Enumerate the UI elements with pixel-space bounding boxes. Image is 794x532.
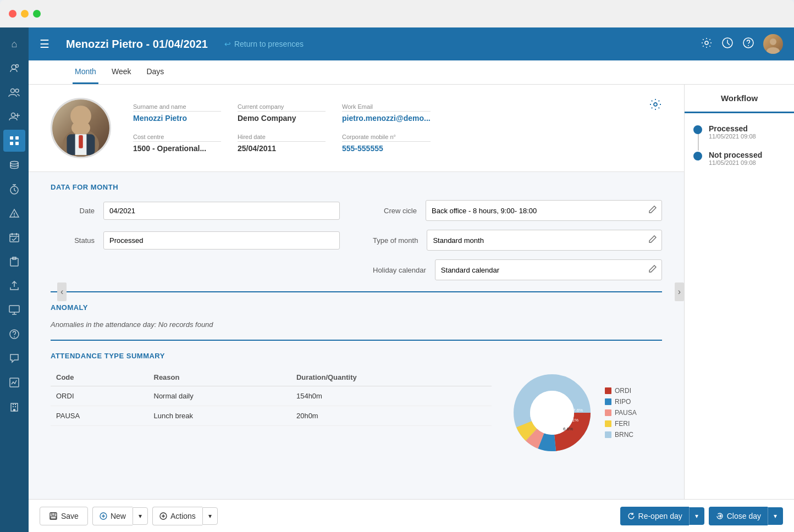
mobile-value[interactable]: 555-555555 xyxy=(342,144,431,153)
svg-point-4 xyxy=(12,113,15,117)
actions-button[interactable]: Actions xyxy=(152,507,202,525)
email-value[interactable]: pietro.menozzi@demo... xyxy=(342,114,431,123)
type-of-month-field xyxy=(427,230,662,251)
crew-cycle-edit-icon[interactable] xyxy=(644,201,661,220)
table-row: ORDI Normal daily 154h0m xyxy=(51,386,492,406)
legend-color-brnc xyxy=(605,431,611,438)
legend-item-feri: FERI xyxy=(605,420,637,428)
sidebar-item-person-add[interactable] xyxy=(3,106,25,128)
new-dropdown-button[interactable]: ▾ xyxy=(133,507,148,525)
holiday-calendar-edit-icon[interactable] xyxy=(644,260,661,280)
date-input[interactable] xyxy=(103,202,340,220)
company-value: Demo Company xyxy=(238,114,326,123)
crew-cycle-label: Crew cicle xyxy=(373,207,417,215)
holiday-calendar-field xyxy=(435,259,662,280)
legend-item-brnc: BRNC xyxy=(605,431,637,439)
return-to-presences-link[interactable]: Return to presences xyxy=(224,40,304,48)
sidebar-item-database[interactable] xyxy=(3,154,25,176)
tab-month[interactable]: Month xyxy=(73,60,98,84)
content-main: Surname and name Menozzi Pietro Cost cen… xyxy=(29,85,684,499)
svg-point-36 xyxy=(654,103,657,106)
new-button[interactable]: New xyxy=(92,507,133,525)
close-day-dropdown-button[interactable]: ▾ xyxy=(768,507,783,525)
svg-point-11 xyxy=(14,216,15,217)
sidebar-item-timer[interactable] xyxy=(3,178,25,200)
window-chrome xyxy=(0,0,794,27)
help-circle-icon[interactable] xyxy=(742,37,754,52)
holiday-calendar-input[interactable] xyxy=(435,262,644,279)
minimize-window-btn[interactable] xyxy=(21,10,29,18)
table-row: PAUSA Lunch break 20h0m xyxy=(51,406,492,426)
svg-rect-8 xyxy=(15,142,19,145)
holiday-calendar-label: Holiday calendar xyxy=(373,266,426,274)
clock-icon[interactable] xyxy=(721,37,734,52)
actions-dropdown-button[interactable]: ▾ xyxy=(202,507,218,525)
legend-label-brnc: BRNC xyxy=(615,431,633,439)
svg-point-9 xyxy=(10,162,18,164)
gear-settings-button[interactable] xyxy=(649,98,662,114)
status-input[interactable] xyxy=(103,231,340,250)
save-icon xyxy=(49,512,58,520)
hamburger-button[interactable]: ☰ xyxy=(40,37,49,51)
type-of-month-edit-icon[interactable] xyxy=(644,230,661,250)
person-name-value[interactable]: Menozzi Pietro xyxy=(133,114,221,123)
nav-arrow-right[interactable]: › xyxy=(675,282,684,301)
sidebar-item-alert[interactable] xyxy=(3,202,25,224)
reopen-day-dropdown-button[interactable]: ▾ xyxy=(689,507,704,525)
close-window-btn[interactable] xyxy=(9,10,16,18)
sidebar-item-report[interactable] xyxy=(3,372,25,394)
crew-cycle-row: Crew cicle xyxy=(373,200,662,221)
tab-week[interactable]: Week xyxy=(109,60,134,84)
legend-item-ordi: ORDI xyxy=(605,387,637,395)
svg-point-16 xyxy=(14,337,15,337)
settings-icon[interactable] xyxy=(701,37,713,52)
attendance-layout: Code Reason Duration/Quantity ORDI xyxy=(51,369,662,457)
legend-item-pausa: PAUSA xyxy=(605,409,637,417)
user-avatar[interactable] xyxy=(763,34,783,54)
close-day-button[interactable]: Close day xyxy=(709,507,768,525)
data-for-month-form: Date Crew cicle xyxy=(51,200,662,280)
crew-cycle-field xyxy=(426,200,662,221)
legend-color-feri xyxy=(605,420,611,427)
close-day-icon xyxy=(716,512,724,520)
sidebar-item-clipboard[interactable] xyxy=(3,251,25,273)
sidebar-item-help[interactable] xyxy=(3,323,25,345)
reopen-icon xyxy=(627,512,635,520)
row-duration: 154h0m xyxy=(291,386,492,406)
tab-days[interactable]: Days xyxy=(144,60,166,84)
sidebar-item-building[interactable] xyxy=(3,396,25,418)
sidebar-item-monitor[interactable] xyxy=(3,299,25,321)
hired-date-value: 25/04/2011 xyxy=(238,144,326,153)
timeline-item-not-processed: Not processed 11/05/2021 09:08 xyxy=(693,151,785,177)
type-of-month-input[interactable] xyxy=(427,232,644,249)
sidebar-item-export[interactable] xyxy=(3,275,25,297)
sidebar-item-calendar-check[interactable] xyxy=(3,226,25,248)
sidebar-item-dashboard[interactable] xyxy=(3,130,25,152)
field-surname-name: Surname and name Menozzi Pietro xyxy=(133,103,221,123)
sidebar-item-chat[interactable] xyxy=(3,347,25,369)
anomaly-title: ANOMALY xyxy=(51,303,662,312)
content-wrapper: ‹ xyxy=(29,85,794,499)
sidebar-item-group[interactable] xyxy=(3,81,25,103)
chart-area: 24.4% 7.6% 6.1% 6.8% xyxy=(508,369,662,457)
sidebar-item-home[interactable]: ⌂ xyxy=(3,33,25,55)
maximize-window-btn[interactable] xyxy=(33,10,41,18)
nav-arrow-left[interactable]: ‹ xyxy=(57,282,67,301)
timeline-content-not-processed: Not processed 11/05/2021 09:08 xyxy=(709,151,762,166)
svg-rect-20 xyxy=(15,406,16,407)
svg-point-32 xyxy=(71,121,90,135)
sidebar-item-search-person[interactable] xyxy=(3,57,25,79)
reopen-day-button[interactable]: Re-open day xyxy=(620,507,689,525)
type-of-month-row: Type of month xyxy=(373,230,662,251)
svg-text:6.1%: 6.1% xyxy=(569,418,578,423)
svg-rect-49 xyxy=(51,517,56,519)
legend-color-ordi xyxy=(605,387,611,394)
svg-rect-48 xyxy=(52,513,55,516)
sidebar: ⌂ xyxy=(0,27,29,532)
donut-chart: 24.4% 7.6% 6.1% 6.8% xyxy=(508,369,596,457)
new-button-group: New ▾ xyxy=(92,507,148,525)
crew-cycle-input[interactable] xyxy=(426,202,644,219)
attendance-data-table: Code Reason Duration/Quantity ORDI xyxy=(51,369,492,426)
save-button[interactable]: Save xyxy=(40,507,88,525)
svg-point-28 xyxy=(770,38,776,45)
